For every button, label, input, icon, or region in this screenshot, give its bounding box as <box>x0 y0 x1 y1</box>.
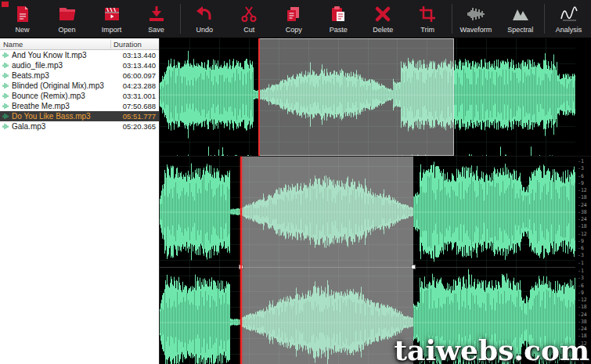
analysis-button[interactable]: Analysis <box>546 0 591 38</box>
overview-playhead[interactable] <box>258 38 260 156</box>
file-duration: 07:50.688 <box>113 102 157 110</box>
db-label: -9 <box>578 290 591 296</box>
file-list-row[interactable]: And You Know It.mp303:13.440 <box>0 50 159 60</box>
file-list-row[interactable]: Beats.mp306:00.097 <box>0 70 159 81</box>
db-label: -6 <box>578 355 591 361</box>
file-name: audio_file.mp3 <box>12 61 113 70</box>
toolbar-separator <box>452 4 452 34</box>
waveform-display[interactable] <box>160 157 575 364</box>
file-list-row[interactable]: Gala.mp305:20.365 <box>0 121 159 132</box>
file-list-header: Name Duration <box>0 38 159 50</box>
undo-button[interactable]: Undo <box>182 0 227 38</box>
db-label: -3 <box>578 166 591 171</box>
file-name: Beats.mp3 <box>12 71 113 80</box>
channel-divider <box>160 267 575 268</box>
db-label: -12 <box>578 232 591 237</box>
db-label: -9 <box>578 348 591 354</box>
file-name: Breathe Me.mp3 <box>12 102 113 110</box>
file-duration: 03:13.440 <box>113 61 157 70</box>
file-name: Gala.mp3 <box>12 122 113 131</box>
db-label: -3 <box>578 276 591 281</box>
file-list-empty-area <box>0 132 159 364</box>
db-label: -12 <box>578 297 591 303</box>
db-label: -1 <box>578 268 591 274</box>
toolbar-label: Waveform <box>460 26 492 34</box>
waveform-overview[interactable] <box>160 38 575 156</box>
toolbar-label: Delete <box>373 26 393 34</box>
spectral-view-button[interactable]: Spectral <box>498 0 542 38</box>
toolbar-separator <box>180 4 181 34</box>
db-ruler: -1-3-6-9-12-18-24-38-24-18-12-9-6-3-1 -1… <box>575 157 591 364</box>
toolbar-label: Paste <box>330 26 348 34</box>
audio-file-icon <box>2 92 10 99</box>
open-folder-icon <box>58 4 77 24</box>
file-duration: 05:51.777 <box>113 112 157 121</box>
db-label: -3 <box>578 253 591 258</box>
spectral-icon <box>511 4 530 24</box>
file-duration: 04:23.288 <box>113 81 157 90</box>
file-list-row[interactable]: audio_file.mp303:13.440 <box>0 60 159 70</box>
editor-area: -1-3-6-9-12-18-24-38-24-18-12-9-6-3-1 -1… <box>160 38 591 364</box>
trim-button[interactable]: Trim <box>405 0 450 38</box>
db-label: -6 <box>578 174 591 179</box>
audio-file-icon <box>2 113 10 120</box>
db-label: -1 <box>578 261 591 266</box>
db-label: -38 <box>578 319 591 325</box>
db-label: -24 <box>578 326 591 332</box>
scissors-icon <box>240 4 258 24</box>
db-label: -18 <box>578 333 591 339</box>
file-list-row[interactable]: Do You Like Bass.mp305:51.777 <box>0 111 159 121</box>
db-label: -18 <box>578 224 591 229</box>
cut-button[interactable]: Cut <box>227 0 272 38</box>
save-icon <box>147 4 166 24</box>
toolbar-label: Spectral <box>507 26 533 34</box>
file-list-row[interactable]: Bounce (Remix).mp303:31.001 <box>0 91 159 101</box>
audio-file-icon <box>2 52 10 59</box>
db-ruler-channel-left: -1-3-6-9-12-18-24-38-24-18-12-9-6-3-1 <box>575 157 591 267</box>
copy-button[interactable]: Copy <box>272 0 316 38</box>
column-header-duration[interactable]: Duration <box>110 40 159 49</box>
audio-file-icon <box>2 123 10 130</box>
waveform-view-button[interactable]: Waveform <box>453 0 498 38</box>
waveform-icon <box>467 4 485 24</box>
undo-icon <box>195 4 214 24</box>
toolbar-label: New <box>15 26 29 34</box>
selection-region[interactable] <box>241 157 413 364</box>
import-media-icon <box>103 4 121 24</box>
file-name: And You Know It.mp3 <box>12 51 113 59</box>
db-ruler-channel-right: -1-3-6-9-12-18-24-38-24-18-12-9-6-3-1 <box>575 267 591 364</box>
db-label: -24 <box>578 312 591 318</box>
paste-clipboard-icon <box>329 4 348 24</box>
audio-file-icon <box>2 72 10 79</box>
app-icon <box>2 2 9 7</box>
audio-editor-window: New Open Import Save Undo Cut Copy <box>0 0 591 364</box>
db-label: -18 <box>578 305 591 310</box>
analysis-icon <box>560 4 578 24</box>
db-label: -18 <box>578 195 591 200</box>
file-duration: 05:20.365 <box>113 122 157 131</box>
db-label: -24 <box>578 203 591 208</box>
file-list-row[interactable]: Breathe Me.mp307:50.688 <box>0 101 159 111</box>
db-label: -12 <box>578 341 591 347</box>
paste-button[interactable]: Paste <box>316 0 361 38</box>
file-name: Do You Like Bass.mp3 <box>12 112 113 121</box>
import-button[interactable]: Import <box>89 0 134 38</box>
toolbar-label: Save <box>148 26 164 34</box>
column-header-name[interactable]: Name <box>0 40 110 49</box>
trim-crop-icon <box>418 4 437 24</box>
open-button[interactable]: Open <box>45 0 89 38</box>
file-list-rows: And You Know It.mp303:13.440audio_file.m… <box>0 50 159 132</box>
toolbar-label: Copy <box>286 26 302 34</box>
file-duration: 03:31.001 <box>113 92 157 100</box>
save-button[interactable]: Save <box>134 0 178 38</box>
delete-button[interactable]: Delete <box>361 0 405 38</box>
toolbar-label: Analysis <box>556 26 582 34</box>
db-label: -6 <box>578 246 591 251</box>
file-list-row[interactable]: Blinded (Original Mix).mp304:23.288 <box>0 81 159 91</box>
toolbar: New Open Import Save Undo Cut Copy <box>0 0 591 38</box>
file-duration: 06:00.097 <box>113 71 157 80</box>
db-label: -12 <box>578 188 591 193</box>
playhead-cursor[interactable] <box>240 157 242 364</box>
file-duration: 03:13.440 <box>113 51 157 59</box>
overview-selection-region[interactable] <box>259 38 454 156</box>
